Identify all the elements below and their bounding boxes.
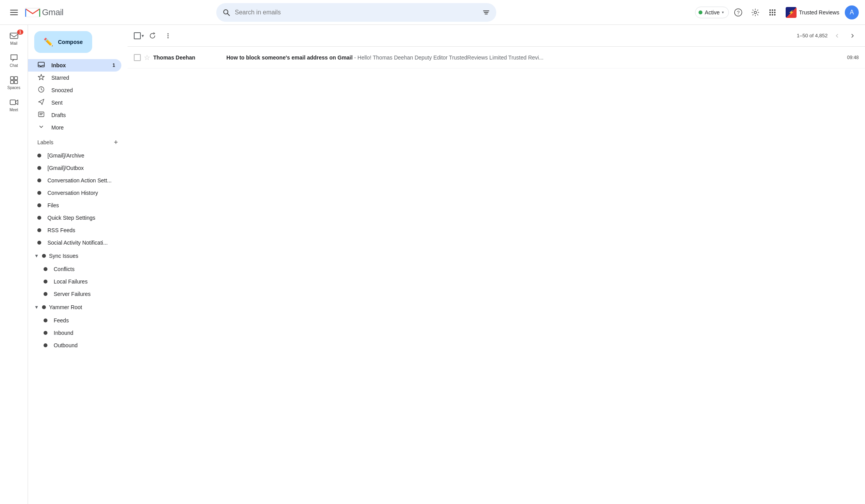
drafts-icon <box>37 111 45 120</box>
sidebar-item-spaces[interactable]: Spaces <box>2 72 26 93</box>
label-dot-icon <box>44 292 47 296</box>
topbar: Gmail Active ▾ ? <box>0 0 865 25</box>
label-gmail-archive[interactable]: [Gmail]/Archive <box>28 149 121 162</box>
mail-badge: 1 <box>17 30 23 35</box>
yammer-root-group[interactable]: ▼ Yammer Root <box>28 300 121 314</box>
next-page-button[interactable] <box>846 30 859 42</box>
svg-rect-19 <box>11 77 14 80</box>
search-button[interactable] <box>222 9 230 16</box>
sync-issues-group[interactable]: ▼ Sync Issues <box>28 249 121 263</box>
label-conversation-action-sett-label: Conversation Action Sett... <box>47 177 115 184</box>
label-dot-icon <box>44 267 47 271</box>
label-dot-icon <box>44 331 47 335</box>
label-dot-icon <box>37 228 41 232</box>
sidebar-item-sent[interactable]: Sent <box>28 96 121 109</box>
sidebar-item-meet[interactable]: Meet <box>2 94 26 115</box>
label-quick-step-settings-label: Quick Step Settings <box>47 215 115 221</box>
inbox-icon <box>37 61 45 70</box>
spaces-icon <box>9 75 19 85</box>
toolbar-left: ▾ <box>134 29 175 43</box>
label-dot-icon <box>44 343 47 347</box>
trusted-reviews-badge[interactable]: ⚡ Trusted Reviews <box>782 5 843 19</box>
label-feeds[interactable]: Feeds <box>28 314 121 327</box>
status-dot <box>699 10 702 14</box>
label-server-failures-label: Server Failures <box>54 291 115 297</box>
label-outbound[interactable]: Outbound <box>28 339 121 352</box>
avatar-button[interactable]: A <box>845 5 859 19</box>
email-time: 09:48 <box>847 55 859 60</box>
sidebar-item-chat[interactable]: Chat <box>2 50 26 71</box>
label-dot-icon <box>37 191 41 195</box>
meet-icon <box>9 98 19 107</box>
add-label-button[interactable]: + <box>110 137 121 148</box>
email-snippet: - Hello! Thomas Deehan Deputy Editor Tru… <box>354 54 544 61</box>
more-options-button[interactable] <box>161 29 175 43</box>
svg-point-15 <box>769 14 771 16</box>
label-files[interactable]: Files <box>28 199 121 212</box>
label-gmail-archive-label: [Gmail]/Archive <box>47 152 115 159</box>
prev-page-button[interactable] <box>831 30 843 42</box>
svg-point-17 <box>774 14 776 16</box>
yammer-root-collapse-icon: ▼ <box>34 304 39 310</box>
compose-label: Compose <box>58 39 83 45</box>
svg-rect-20 <box>14 77 18 80</box>
label-dot-icon <box>37 216 41 220</box>
label-local-failures[interactable]: Local Failures <box>28 275 121 288</box>
sidebar-item-more[interactable]: More <box>28 121 121 134</box>
search-options-button[interactable] <box>482 9 490 16</box>
label-conversation-history[interactable]: Conversation History <box>28 187 121 199</box>
svg-point-9 <box>769 9 771 11</box>
sidebar-item-starred[interactable]: Starred <box>28 72 121 84</box>
label-conflicts[interactable]: Conflicts <box>28 263 121 275</box>
inbox-label: Inbox <box>51 62 106 68</box>
sync-issues-label: Sync Issues <box>49 253 78 259</box>
label-conflicts-label: Conflicts <box>54 266 115 272</box>
main-content: ▾ 1–50 of 4,852 <box>128 25 865 504</box>
toolbar-right: 1–50 of 4,852 <box>797 30 859 42</box>
svg-rect-26 <box>39 112 44 117</box>
search-input[interactable] <box>235 9 478 16</box>
labels-section-header: Labels + <box>28 134 128 149</box>
sidebar-item-inbox[interactable]: Inbox 1 <box>28 59 121 72</box>
label-social-activity-notificati[interactable]: Social Activity Notificati... <box>28 236 121 249</box>
help-button[interactable]: ? <box>730 5 746 20</box>
label-conversation-action-sett[interactable]: Conversation Action Sett... <box>28 174 121 187</box>
label-gmail-outbox[interactable]: [Gmail]/Outbox <box>28 162 121 174</box>
select-dropdown-icon[interactable]: ▾ <box>142 33 144 38</box>
label-dot-icon <box>37 166 41 170</box>
email-star-icon[interactable]: ☆ <box>144 53 150 62</box>
status-label: Active <box>705 9 720 16</box>
email-checkbox[interactable] <box>134 54 141 61</box>
label-dot-icon <box>37 241 41 245</box>
sidebar-item-snoozed[interactable]: Snoozed <box>28 84 121 96</box>
svg-point-27 <box>168 33 169 34</box>
svg-point-10 <box>772 9 773 11</box>
svg-rect-1 <box>10 12 18 13</box>
label-quick-step-settings[interactable]: Quick Step Settings <box>28 212 121 224</box>
label-gmail-outbox-label: [Gmail]/Outbox <box>47 165 115 171</box>
label-dot-icon <box>37 154 41 158</box>
email-list: ☆ Thomas Deehan How to block someone's e… <box>128 47 865 504</box>
menu-button[interactable] <box>6 5 22 20</box>
email-subject-bold: How to block someone's email address on … <box>226 54 353 61</box>
chat-nav-label: Chat <box>10 63 18 68</box>
snoozed-icon <box>37 86 45 95</box>
compose-button[interactable]: ✏️ Compose <box>34 31 92 53</box>
email-row[interactable]: ☆ Thomas Deehan How to block someone's e… <box>128 47 865 68</box>
label-inbound[interactable]: Inbound <box>28 327 121 339</box>
label-server-failures[interactable]: Server Failures <box>28 288 121 300</box>
svg-text:?: ? <box>737 10 740 16</box>
label-rss-feeds[interactable]: RSS Feeds <box>28 224 121 236</box>
svg-rect-2 <box>10 14 18 15</box>
select-all-button[interactable]: ▾ <box>134 32 144 39</box>
email-toolbar: ▾ 1–50 of 4,852 <box>128 25 865 47</box>
apps-button[interactable] <box>765 5 780 20</box>
status-pill[interactable]: Active ▾ <box>695 7 729 18</box>
sidebar-item-drafts[interactable]: Drafts <box>28 109 121 121</box>
sidebar-item-mail[interactable]: 1 Mail <box>2 28 26 49</box>
svg-point-28 <box>168 35 169 36</box>
settings-button[interactable] <box>748 5 763 20</box>
refresh-button[interactable] <box>145 29 159 43</box>
label-dot-icon <box>37 178 41 182</box>
select-all-checkbox[interactable] <box>134 32 141 39</box>
